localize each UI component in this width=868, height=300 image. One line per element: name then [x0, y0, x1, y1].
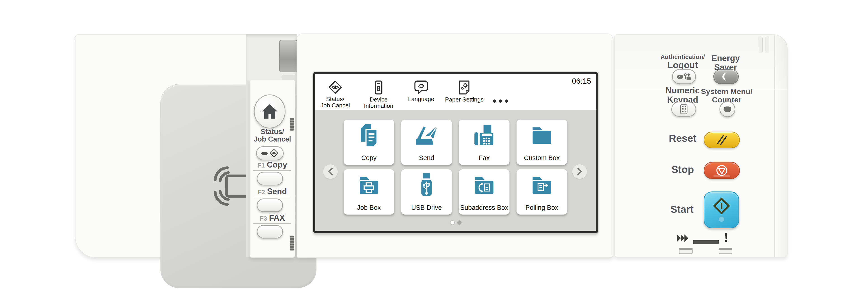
- touchscreen-panel: Status/Job Cancel DeviceInformation: [297, 33, 613, 258]
- numeric-keypad-button[interactable]: [671, 102, 696, 117]
- authentication-logout-icon: [677, 72, 691, 81]
- toolbar-device-information[interactable]: DeviceInformation: [359, 74, 399, 110]
- reset-icon: [715, 134, 728, 145]
- custom-box-icon: [530, 125, 553, 145]
- usb-drive-icon: [420, 172, 433, 198]
- stop-button-notch: [713, 175, 730, 177]
- f2-send-label: F2 Send: [250, 187, 295, 196]
- language-icon: [414, 80, 428, 94]
- stop-icon: [716, 164, 728, 177]
- right-panel-edge: [774, 35, 787, 257]
- authentication-logout-button[interactable]: [672, 69, 696, 84]
- column-slot-bottom: [290, 236, 293, 250]
- hinge-block: [279, 40, 298, 72]
- chevron-left-icon: [327, 167, 334, 176]
- led-window-left: [679, 248, 692, 254]
- tile-polling-box[interactable]: Polling Box: [517, 169, 567, 214]
- status-job-cancel-icon: [270, 149, 278, 158]
- job-box-icon: [358, 175, 380, 195]
- tile-copy[interactable]: Copy: [344, 120, 394, 165]
- start-button-led: [719, 216, 724, 222]
- f3-fax-button[interactable]: [257, 225, 283, 239]
- device-information-icon: [373, 80, 385, 95]
- polling-box-icon: [530, 175, 553, 195]
- card-reader-panel: [75, 34, 247, 258]
- toolbar-language[interactable]: Language: [401, 74, 441, 110]
- tile-fax[interactable]: Fax: [459, 120, 509, 165]
- right-panel-tick-2: [765, 37, 769, 53]
- home-icon: [261, 104, 278, 119]
- clock-time: 06:15: [572, 77, 591, 86]
- system-menu-counter-button[interactable]: [719, 101, 735, 117]
- f1-copy-label: F1 Copy: [250, 160, 295, 170]
- tile-usb-drive[interactable]: USB Drive: [401, 169, 452, 214]
- reset-button[interactable]: [704, 131, 740, 148]
- status-job-cancel-button[interactable]: [256, 146, 284, 160]
- home-screen-content: Copy Send: [315, 110, 596, 231]
- page-dot-inactive: [457, 220, 462, 225]
- attention-indicator: !: [721, 231, 732, 244]
- moon-icon: [721, 72, 731, 81]
- tile-custom-box[interactable]: Custom Box: [517, 120, 567, 165]
- page-dot-active: [450, 220, 455, 225]
- start-icon: [713, 198, 730, 214]
- left-button-column: Status/ Job Cancel F1 Copy F2 Send F3 FA…: [250, 80, 295, 258]
- f1-underline: [253, 170, 291, 171]
- right-panel-tick-1: [758, 37, 763, 53]
- toolbar-paper-settings[interactable]: Paper Settings: [439, 74, 489, 110]
- start-button[interactable]: [704, 191, 739, 228]
- fax-icon: [473, 124, 495, 147]
- processing-indicator-icon: [676, 234, 691, 243]
- control-panel-unit: Status/ Job Cancel F1 Copy F2 Send F3 FA…: [0, 0, 868, 300]
- led-window-right: [719, 248, 733, 254]
- tile-subaddress-box[interactable]: Subaddress Box: [459, 169, 509, 214]
- subaddress-box-icon: [473, 175, 495, 195]
- tile-job-box[interactable]: Job Box: [344, 169, 394, 214]
- f3-fax-label: F3 FAX: [250, 213, 295, 223]
- more-icon: [493, 99, 508, 103]
- home-button[interactable]: [254, 94, 285, 128]
- send-icon: [414, 124, 439, 146]
- f1-copy-button[interactable]: [257, 172, 283, 185]
- toolbar-more[interactable]: [488, 74, 513, 110]
- system-menu-counter-icon: [723, 107, 731, 112]
- tile-send[interactable]: Send: [401, 120, 452, 165]
- f3-underline: [253, 223, 291, 224]
- energy-saver-button[interactable]: [713, 69, 739, 84]
- column-slot-top: [290, 118, 293, 131]
- toolbar-status-job-cancel[interactable]: Status/Job Cancel: [315, 74, 355, 110]
- f2-send-button[interactable]: [257, 199, 283, 212]
- page-indicator: [315, 220, 596, 225]
- right-key-panel: Authentication/ Logout Energy Saver Nume…: [614, 34, 787, 257]
- numeric-keypad-icon: [680, 104, 688, 114]
- page-next-button[interactable]: [572, 164, 587, 179]
- status-job-cancel-label: Status/ Job Cancel: [250, 128, 295, 143]
- chevron-right-icon: [576, 167, 583, 176]
- page-previous-button[interactable]: [323, 164, 338, 179]
- status-job-cancel-icon: [328, 80, 342, 94]
- copy-icon: [359, 123, 379, 148]
- paper-settings-icon: [458, 80, 470, 95]
- panel-gap-strip: [246, 81, 250, 257]
- f2-underline: [253, 197, 291, 198]
- stop-button[interactable]: [704, 162, 740, 179]
- indicator-slot: [693, 240, 719, 244]
- touchscreen-toolbar: Status/Job Cancel DeviceInformation: [315, 74, 596, 110]
- status-led-dash: [261, 152, 268, 155]
- touchscreen-bezel: Status/Job Cancel DeviceInformation: [313, 72, 598, 233]
